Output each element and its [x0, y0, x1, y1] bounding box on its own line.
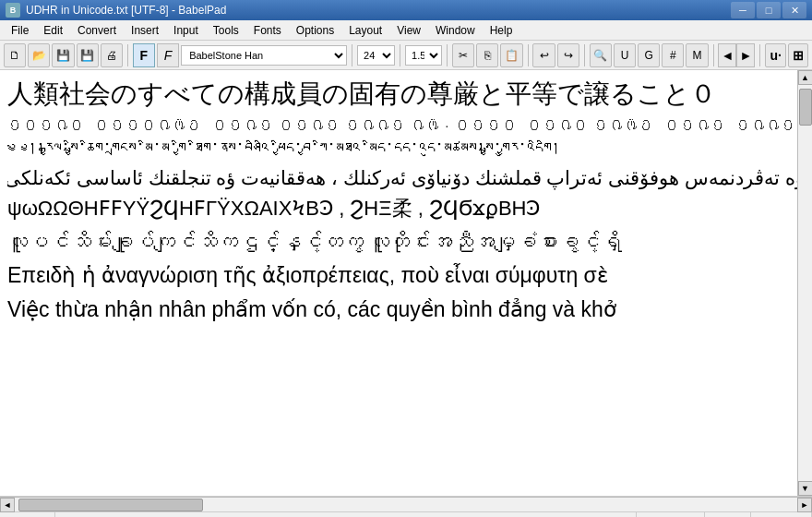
menu-tools[interactable]: Tools — [206, 20, 246, 41]
window-controls: ─ □ ✕ — [731, 2, 806, 18]
num-btn[interactable]: # — [662, 43, 684, 67]
separator-6 — [584, 44, 585, 66]
undo-button[interactable]: ↩ — [532, 43, 555, 67]
maximize-button[interactable]: □ — [757, 2, 781, 18]
text-line-7: Επειδὴ ἡ ἀναγνώριση τῆς ἀξιοπρέπειας, πο… — [7, 260, 805, 290]
text-area[interactable]: 人類社会のすべての構成員の固有の尊厳と平等で譲ること０ ᠑᠐᠑᠒᠐ ᠐᠑᠑᠐᠒᠓… — [0, 70, 812, 497]
text-line-3: ༄ ༅།།རྒྱལ་སྤྱི་ཆིག་གྲངས་མི་མ་གྱི་ཐིག་ནས་… — [7, 138, 805, 161]
h-scroll-left-arrow[interactable]: ◄ — [0, 498, 15, 512]
menu-fonts[interactable]: Fonts — [246, 20, 289, 41]
menu-window[interactable]: Window — [428, 20, 483, 41]
metrics-btn[interactable]: M — [686, 43, 708, 67]
separator-2 — [352, 44, 352, 66]
separator-4 — [447, 44, 448, 66]
open-button[interactable]: 📂 — [28, 43, 50, 67]
nav-left-button[interactable]: ◄ — [718, 43, 736, 67]
status-position: U+4EBA CJK UNIFIED IDEOGRAPH-4EBA : rén — [55, 512, 637, 517]
redo-button[interactable]: ↪ — [557, 43, 579, 67]
menu-bar: File Edit Convert Insert Input Tools Fon… — [0, 20, 812, 41]
menu-options[interactable]: Options — [289, 20, 341, 41]
main-content: 人類社会のすべての構成員の固有の尊厳と平等で譲ること０ ᠑᠐᠑᠒᠐ ᠐᠑᠑᠐᠒᠓… — [0, 70, 812, 497]
status-line: Line 1 of 10 — [637, 512, 706, 517]
minimize-button[interactable]: ─ — [731, 2, 755, 18]
scroll-up-arrow[interactable]: ▲ — [798, 70, 813, 85]
cut-button[interactable]: ✂ — [452, 43, 474, 67]
toolbar: 🗋 📂 💾 💾 🖨 F F BabelStone Han 24 81012141… — [0, 41, 812, 70]
new-button[interactable]: 🗋 — [4, 43, 26, 67]
scroll-thumb[interactable] — [799, 89, 812, 126]
status-char: Char 1 — [705, 512, 751, 517]
save-button[interactable]: 💾 — [52, 43, 74, 67]
text-content: 人類社会のすべての構成員の固有の尊厳と平等で譲ること０ ᠑᠐᠑᠒᠐ ᠐᠑᠑᠐᠒᠓… — [0, 70, 812, 496]
status-ready: Ready — [0, 512, 55, 517]
nav-right-button[interactable]: ► — [736, 43, 755, 67]
text-line-4: ؤه تەڤردنمەس هوفۆقنی ئەتراپ قملشنك دۆنیا… — [7, 164, 805, 191]
special-hash-button[interactable]: ⊞ — [788, 43, 808, 67]
menu-layout[interactable]: Layout — [341, 20, 389, 41]
vertical-scrollbar[interactable]: ▲ ▼ — [797, 70, 812, 496]
menu-input[interactable]: Input — [166, 20, 206, 41]
menu-help[interactable]: Help — [483, 20, 520, 41]
bold-button[interactable]: F — [133, 43, 155, 67]
status-language: English (L — [751, 512, 812, 517]
close-button[interactable]: ✕ — [782, 2, 806, 18]
separator-5 — [528, 44, 529, 66]
text-line-5: ψωΩΩΘΗϜϜΥΫϨϤΗϜΓΫΧΩΑΙΧϞΒϿ , ϨΗΞ柔 , ϨϤϬϫϼΒ… — [7, 195, 805, 223]
scroll-down-arrow[interactable]: ▼ — [798, 481, 813, 496]
find-button[interactable]: 🔍 — [590, 43, 612, 67]
text-line-8: Việc thừa nhận nhân phẩm vốn có, các quy… — [7, 295, 805, 324]
h-scroll-thumb[interactable] — [18, 499, 203, 511]
title-bar: B UDHR in Unicode.txt [UTF-8] - BabelPad… — [0, 0, 812, 20]
special-u-button[interactable]: u· — [765, 43, 785, 67]
unicode-btn[interactable]: U — [614, 43, 636, 67]
line-spacing-selector[interactable]: 1.5 1.01.22.0 — [405, 45, 442, 66]
text-line-6: လူပင်သိမ်းချုပ်ကျင်သိကင်္ဌနှင့်တကွ လူတို… — [7, 227, 805, 257]
menu-view[interactable]: View — [389, 20, 428, 41]
italic-button[interactable]: F — [157, 43, 179, 67]
paste-button[interactable]: 📋 — [500, 43, 522, 67]
separator-3 — [400, 44, 400, 66]
copy-button[interactable]: ⎘ — [476, 43, 498, 67]
separator-8 — [759, 44, 760, 66]
save-as-button[interactable]: 💾 — [77, 43, 99, 67]
font-selector[interactable]: BabelStone Han — [181, 45, 347, 66]
horizontal-scrollbar[interactable]: ◄ ► — [0, 497, 812, 511]
text-line-2: ᠑᠐᠑᠒᠐ ᠐᠑᠑᠐᠒᠓᠔ ᠐᠑᠒᠑ ᠐᠑᠒᠑ ᠑᠒᠒᠑ ᠒᠓ · ᠐᠑᠑᠐ ᠐… — [7, 115, 805, 135]
font-size-selector[interactable]: 24 8101214161820222832364872 — [357, 45, 395, 66]
window-title: UDHR in Unicode.txt [UTF-8] - BabelPad — [26, 4, 226, 17]
menu-edit[interactable]: Edit — [36, 20, 70, 41]
glyph-btn[interactable]: G — [638, 43, 660, 67]
nav-arrows: ◄ ► — [718, 43, 755, 67]
separator-1 — [127, 44, 128, 66]
print-button[interactable]: 🖨 — [101, 43, 123, 67]
menu-file[interactable]: File — [4, 20, 36, 41]
menu-convert[interactable]: Convert — [70, 20, 124, 41]
h-scroll-right-arrow[interactable]: ► — [797, 498, 812, 512]
menu-insert[interactable]: Insert — [124, 20, 166, 41]
app-icon: B — [6, 3, 20, 18]
status-bar: Ready U+4EBA CJK UNIFIED IDEOGRAPH-4EBA … — [0, 511, 812, 517]
separator-7 — [713, 44, 714, 66]
text-line-1: 人類社会のすべての構成員の固有の尊厳と平等で譲ること０ — [7, 76, 805, 112]
